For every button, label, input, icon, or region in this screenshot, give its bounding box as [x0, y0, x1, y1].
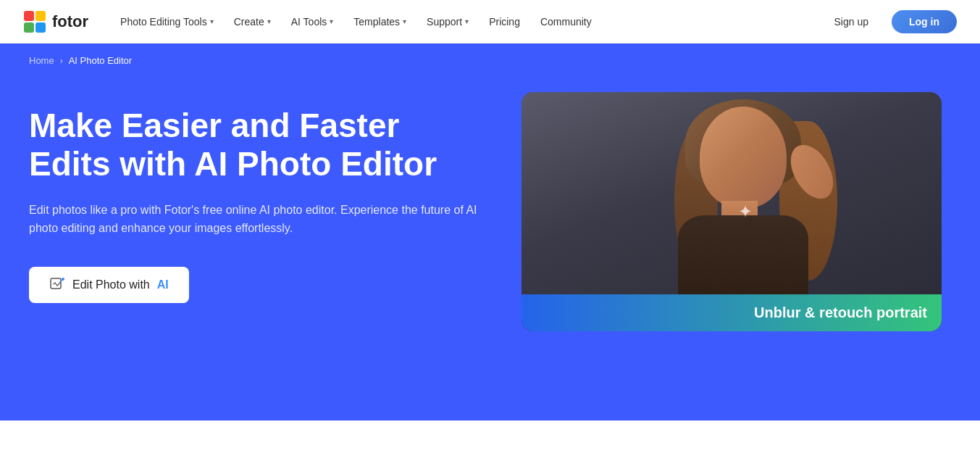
svg-rect-2	[24, 22, 34, 33]
ai-sparkle-icon: ✦	[738, 202, 753, 222]
brand-name: fotor	[52, 12, 88, 31]
nav-item-photo-editing-tools[interactable]: Photo Editing Tools ▾	[112, 10, 222, 33]
nav-item-create[interactable]: Create ▾	[225, 10, 280, 33]
portrait-head	[700, 107, 787, 208]
breadcrumb-separator: ›	[60, 56, 63, 66]
hero-left: Make Easier and Faster Edits with AI Pho…	[29, 92, 478, 303]
nav-right: Sign up Log in	[820, 10, 957, 33]
nav-item-ai-tools[interactable]: AI Tools ▾	[282, 10, 343, 33]
edit-ai-icon	[49, 277, 65, 293]
logo-link[interactable]: fotor	[23, 10, 88, 33]
breadcrumb-current: AI Photo Editor	[69, 55, 132, 66]
svg-rect-3	[35, 22, 46, 33]
chevron-down-icon: ▾	[465, 17, 469, 25]
signup-button[interactable]: Sign up	[820, 10, 883, 33]
hero-section: Home › AI Photo Editor Make Easier and F…	[0, 44, 980, 420]
svg-point-5	[62, 278, 64, 281]
chevron-down-icon: ▾	[403, 17, 406, 25]
edit-photo-ai-button[interactable]: Edit Photo with AI	[29, 267, 189, 303]
portrait-image-card: ✦ Unblur & retouch portrait	[522, 92, 942, 331]
nav-links: Photo Editing Tools ▾ Create ▾ AI Tools …	[112, 10, 819, 33]
chevron-down-icon: ▾	[210, 17, 214, 25]
svg-rect-1	[35, 11, 46, 21]
image-badge: Unblur & retouch portrait	[522, 294, 942, 331]
fotor-logo-icon	[23, 10, 46, 33]
nav-item-pricing[interactable]: Pricing	[480, 10, 529, 33]
hero-image-area: ✦ Unblur & retouch portrait	[522, 92, 942, 331]
hero-title: Make Easier and Faster Edits with AI Pho…	[29, 107, 478, 183]
chevron-down-icon: ▾	[330, 17, 333, 25]
login-button[interactable]: Log in	[892, 10, 957, 33]
edit-btn-text-prefix: Edit Photo with	[72, 278, 150, 291]
nav-item-support[interactable]: Support ▾	[418, 10, 477, 33]
chevron-down-icon: ▾	[267, 17, 271, 25]
navbar: fotor Photo Editing Tools ▾ Create ▾ AI …	[0, 0, 980, 44]
nav-item-templates[interactable]: Templates ▾	[345, 10, 415, 33]
hero-description: Edit photos like a pro with Fotor's free…	[29, 201, 478, 238]
hero-content: Make Easier and Faster Edits with AI Pho…	[29, 78, 951, 392]
bottom-section	[0, 420, 980, 464]
nav-item-community[interactable]: Community	[532, 10, 600, 33]
svg-rect-0	[24, 11, 34, 21]
edit-btn-ai-label: AI	[157, 278, 169, 291]
breadcrumb-home[interactable]: Home	[29, 55, 54, 66]
breadcrumb: Home › AI Photo Editor	[29, 44, 951, 78]
